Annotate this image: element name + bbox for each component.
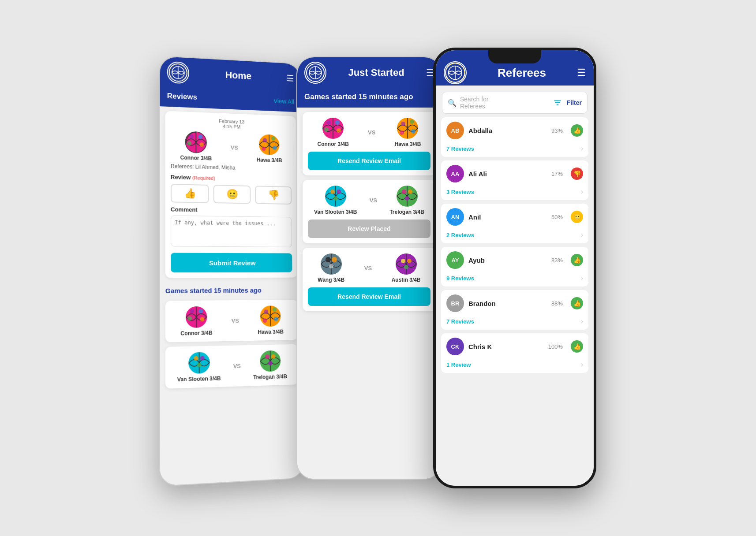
middle-team-2a-name: Van Slooten 3/4B (314, 209, 357, 215)
pct-ayub: 83% (551, 257, 563, 264)
middle-team-3a-name: Wang 3/4B (318, 277, 344, 283)
referee-item-chrisK[interactable]: CK Chris K 100% 👍 1 Review › (441, 333, 588, 373)
pct-chrisK: 100% (548, 343, 563, 350)
comment-label: Comment (171, 206, 292, 214)
referee-item-abdalla[interactable]: AB Abdalla 93% 👍 7 Reviews › (441, 117, 588, 157)
referee-item-aliAli[interactable]: AA Ali Ali 17% 👎 3 Reviews › (441, 160, 588, 200)
required-tag: (Required) (192, 175, 215, 181)
middle-team-1b-name: Hawa 3/4B (394, 141, 421, 147)
svg-point-51 (401, 122, 405, 126)
reviews-chrisK[interactable]: 1 Review › (441, 360, 588, 373)
referee-row-chrisK: CK Chris K 100% 👍 (441, 333, 588, 360)
review-placed-btn[interactable]: Review Placed (308, 220, 430, 238)
resend-btn-3[interactable]: Resend Review Email (308, 287, 430, 306)
middle-header: Just Started ☰ (297, 57, 441, 88)
svg-point-59 (333, 196, 338, 201)
avatar-anil: AN (446, 208, 464, 226)
status-anil: 😐 (571, 211, 583, 223)
referee-row-aliAli: AA Ali Ali 17% 👎 (441, 160, 588, 187)
game-date: February 13 4:15 PM (171, 116, 291, 131)
referee-row-anil: AN Anil 50% 😐 (441, 204, 588, 230)
phone-middle: Just Started ☰ Games started 15 minutes … (296, 56, 442, 480)
search-input[interactable]: Search for Referees (460, 96, 503, 110)
team1-name: Connor 3/4B (180, 155, 212, 162)
team-left-2b-name: Trelogan 3/4B (253, 373, 287, 380)
middle-team-1a-name: Connor 3/4B (318, 141, 349, 147)
avatar-abdalla: AB (446, 122, 464, 139)
chevron-chrisK: › (581, 361, 583, 368)
hamburger-left[interactable]: ☰ (286, 73, 294, 84)
middle-team-3a: Wang 3/4B (318, 253, 344, 283)
resend-btn-1[interactable]: Resend Review Email (308, 152, 430, 170)
team-left-1b-name: Hawa 3/4B (258, 329, 284, 335)
middle-game-2: Van Slooten 3/4B VS Trelo (303, 180, 436, 243)
middle-team-1a: Connor 3/4B (318, 117, 349, 147)
svg-point-57 (330, 190, 335, 194)
review-card: February 13 4:15 PM (165, 111, 298, 278)
referee-item-anil[interactable]: AN Anil 50% 😐 2 Reviews › (441, 204, 588, 243)
middle-team-1b: Hawa 3/4B (394, 117, 421, 147)
status-chrisK: 👍 (571, 340, 583, 353)
svg-point-67 (326, 257, 331, 262)
reviews-count-anil: 2 Reviews (446, 232, 474, 238)
status-aliAli: 👎 (571, 168, 583, 180)
reviews-aliAli[interactable]: 3 Reviews › (441, 187, 588, 200)
avatar-aliAli: AA (446, 165, 464, 182)
svg-point-68 (332, 257, 337, 262)
search-icon: 🔍 (448, 99, 457, 107)
reviews-abdalla[interactable]: 7 Reviews › (441, 144, 588, 157)
svg-point-45 (326, 120, 331, 125)
logo-middle (304, 62, 326, 84)
referee-item-brandon[interactable]: BR Brandon 88% 👍 7 Reviews › (441, 290, 588, 330)
referee-item-ayub[interactable]: AY Ayub 83% 👍 9 Reviews › (441, 247, 588, 287)
middle-team-2b-name: Trelogan 3/4B (389, 209, 424, 215)
pct-anil: 50% (551, 214, 563, 220)
svg-point-46 (335, 120, 340, 125)
chevron-brandon: › (581, 317, 583, 325)
team2-name: Hawa 3/4B (257, 157, 282, 164)
svg-point-48 (337, 128, 341, 133)
reviews-ayub[interactable]: 9 Reviews › (441, 273, 588, 287)
svg-point-53 (411, 129, 415, 134)
avatar-brandon: BR (446, 294, 464, 312)
thumb-neutral-btn[interactable]: 😐 (213, 185, 251, 204)
filter-btn[interactable]: Filter (567, 99, 582, 106)
middle-team-2b: Trelogan 3/4B (389, 185, 424, 215)
middle-team-3b: Austin 3/4B (392, 253, 421, 283)
right-title: Referees (498, 66, 546, 80)
svg-point-62 (402, 190, 406, 194)
reviews-anil[interactable]: 2 Reviews › (441, 230, 588, 243)
game-card-left-1: Connor 3/4B VS (165, 300, 298, 342)
just-started-section: Games started 15 minutes ago (297, 88, 441, 108)
name-aliAli: Ali Ali (468, 170, 547, 178)
left-title: Home (225, 69, 252, 82)
svg-point-64 (405, 196, 409, 201)
middle-game-1: Connor 3/4B VS (303, 112, 436, 175)
teams-row-left-1: Connor 3/4B VS (171, 305, 293, 337)
status-brandon: 👍 (571, 297, 583, 309)
pct-abdalla: 93% (551, 127, 563, 134)
chevron-abdalla: › (581, 145, 583, 153)
team-left-1a: Connor 3/4B (180, 306, 212, 337)
thumb-up-btn[interactable]: 👍 (171, 184, 209, 203)
team-left-2a-name: Van Slooten 3/4B (177, 375, 221, 383)
game-card-left-2: Van Slooten 3/4B VS Trelo (165, 344, 298, 389)
referee-list: AB Abdalla 93% 👍 7 Reviews › (436, 117, 594, 486)
submit-review-btn[interactable]: Submit Review (171, 253, 292, 272)
middle-teams-1: Connor 3/4B VS (308, 117, 430, 147)
middle-teams-2: Van Slooten 3/4B VS Trelo (308, 185, 430, 215)
logo-left (167, 61, 189, 84)
thumb-down-btn[interactable]: 👎 (255, 186, 292, 205)
view-all-btn[interactable]: View All (273, 97, 294, 105)
review-label: Review (Required) (171, 174, 292, 183)
search-bar[interactable]: 🔍 Search for Referees Filter (442, 92, 588, 114)
team-left-2a: Van Slooten 3/4B (177, 351, 221, 383)
middle-teams-3: Wang 3/4B VS Austin 3/4B (308, 253, 430, 283)
hamburger-right[interactable]: ☰ (577, 67, 586, 78)
middle-game-3: Wang 3/4B VS Austin 3/4B (303, 248, 436, 311)
right-inner: Referees ☰ 🔍 Search for Referees Filter (436, 50, 594, 486)
reviews-label: Reviews (167, 92, 197, 102)
reviews-brandon[interactable]: 7 Reviews › (441, 316, 588, 330)
pct-aliAli: 17% (551, 171, 563, 177)
comment-input[interactable] (171, 216, 292, 247)
